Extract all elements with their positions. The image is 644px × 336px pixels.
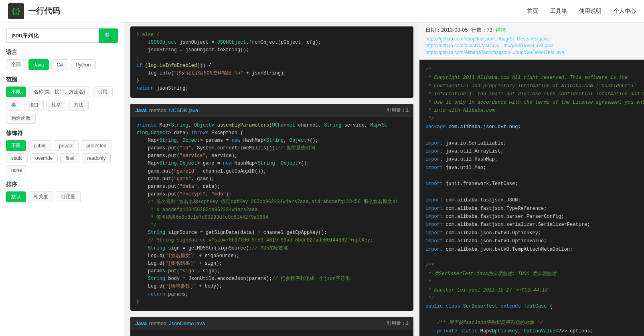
scope-row1: 不限 名称(类、接口、方法名) 引用 [6, 87, 118, 97]
language-title: 语言 [6, 49, 118, 56]
result-header-left-2: Java method JsonDemo.java [135, 320, 205, 326]
filename-2: JsonDemo.java [169, 320, 205, 326]
repo-link-0[interactable]: https://github.com/abop/fastjson/.../bug… [425, 36, 638, 42]
language-filter: 语言 全部 Java C# Python [6, 49, 118, 70]
lang-all[interactable]: 全部 [6, 59, 26, 70]
sort-filter: 排序 默认 相关度 引用量 [6, 181, 118, 202]
mod-private[interactable]: private [54, 140, 79, 151]
logo-text: 一行代码 [28, 6, 60, 16]
logo: {;} 一行代码 [8, 3, 60, 19]
cite-count-1: 引用量：1 [387, 107, 409, 114]
code-block-1: private Map<String, Object> assemblyPara… [130, 117, 413, 311]
mod-override[interactable]: override [30, 153, 58, 163]
search-input[interactable] [6, 28, 99, 43]
mod-final[interactable]: final [60, 153, 79, 163]
modifier-row3: none [6, 165, 118, 175]
scope-class[interactable]: 类 [6, 100, 21, 111]
repo-link-2[interactable]: https://github.com/AlibabaTech/fastjson/… [425, 50, 638, 55]
scope-row2: 类 接口 枚举 方法 [6, 100, 118, 111]
nav-profile[interactable]: 个人中心 [614, 8, 636, 15]
logo-icon: {;} [8, 3, 24, 19]
right-panel: 日期：2013-03-05 行数：73 详情 https://github.co… [419, 22, 644, 336]
sidebar: 🔍 语言 全部 Java C# Python 范围 不限 名称(类、接口、方法名… [0, 22, 124, 336]
result-header-1: Java method UCSDK.java 引用量：1 [130, 104, 413, 117]
lang-csharp[interactable]: C# [51, 59, 68, 70]
result-header-left-1: Java method UCSDK.java [135, 107, 198, 113]
sort-relevance[interactable]: 相关度 [28, 191, 53, 202]
scope-all[interactable]: 不限 [6, 87, 26, 97]
result-item-0: } else { JSONObject jsonObject = JSONObj… [130, 26, 413, 98]
lang-java[interactable]: Java [28, 59, 49, 70]
scope-filter: 范围 不限 名称(类、接口、方法名) 引用 类 接口 枚举 方法 构造函数 [6, 76, 118, 124]
nav-tools[interactable]: 工具箱 [550, 8, 567, 15]
mod-public[interactable]: public [28, 140, 51, 151]
modifier-row1: 不限 public private protected [6, 140, 118, 151]
cite-count-2: 引用量：1 [387, 320, 409, 327]
mod-none[interactable]: none [6, 165, 27, 175]
mod-protected[interactable]: protected [81, 140, 111, 151]
scope-row3: 构造函数 [6, 113, 118, 124]
search-button[interactable]: 🔍 [99, 28, 118, 43]
right-panel-meta: 日期：2013-03-05 行数：73 详情 [425, 26, 638, 34]
nav-home[interactable]: 首页 [527, 8, 538, 15]
result-item-1[interactable]: Java method UCSDK.java 引用量：1 private Map… [130, 104, 413, 311]
nav-docs[interactable]: 使用说明 [579, 8, 601, 15]
detail-link[interactable]: 详情 [496, 26, 506, 34]
lang-badge-1: Java [135, 107, 147, 113]
mod-static[interactable]: static [6, 153, 28, 163]
filename-1: UCSDK.java [169, 107, 198, 113]
scope-name[interactable]: 名称(类、接口、方法名) [28, 87, 90, 97]
scope-ref[interactable]: 引用 [93, 87, 113, 97]
code-block-2: public void parentChildBean() { //初始化对象关… [130, 330, 413, 336]
sort-cite[interactable]: 引用量 [56, 191, 81, 202]
sort-buttons: 默认 相关度 引用量 [6, 191, 118, 202]
scope-enum[interactable]: 枚举 [46, 100, 66, 111]
modifier-row2: static override final readonly [6, 153, 118, 163]
scope-method[interactable]: 方法 [69, 100, 89, 111]
result-header-2: Java method JsonDemo.java 引用量：1 [130, 317, 413, 330]
modifier-title: 修饰符 [6, 130, 118, 137]
right-code: /* * Copyright 2011 Alibaba.com All righ… [419, 60, 644, 336]
code-preview-0: } else { JSONObject jsonObject = JSONObj… [130, 26, 413, 98]
content-area: } else { JSONObject jsonObject = JSONObj… [124, 22, 419, 336]
scope-constructor[interactable]: 构造函数 [6, 113, 36, 124]
scope-title: 范围 [6, 76, 118, 83]
result-item-2[interactable]: Java method JsonDemo.java 引用量：1 public v… [130, 317, 413, 336]
mod-readonly[interactable]: readonly [82, 153, 111, 163]
repo-link-1[interactable]: https://github.com/alibaba/fastjson/.../… [425, 43, 638, 48]
method-type-1: method [149, 107, 166, 113]
lang-badge-2: Java [135, 320, 147, 326]
modifier-filter: 修饰符 不限 public private protected static o… [6, 130, 118, 175]
language-buttons: 全部 Java C# Python [6, 59, 118, 70]
mod-all[interactable]: 不限 [6, 140, 26, 151]
scope-interface[interactable]: 接口 [24, 100, 44, 111]
right-panel-links: https://github.com/abop/fastjson/.../bug… [425, 36, 638, 55]
main-nav: 首页 工具箱 使用说明 个人中心 [527, 8, 636, 15]
header: {;} 一行代码 首页 工具箱 使用说明 个人中心 [0, 0, 644, 22]
search-box: 🔍 [6, 28, 118, 43]
lang-python[interactable]: Python [71, 59, 96, 70]
sort-title: 排序 [6, 181, 118, 188]
sort-default[interactable]: 默认 [6, 191, 26, 202]
meta-date: 日期：2013-03-05 [425, 26, 468, 34]
method-type-2: method [149, 320, 166, 326]
right-panel-header: 日期：2013-03-05 行数：73 详情 https://github.co… [419, 22, 644, 60]
main-layout: 🔍 语言 全部 Java C# Python 范围 不限 名称(类、接口、方法名… [0, 22, 644, 336]
meta-lines: 行数：73 [471, 26, 492, 34]
